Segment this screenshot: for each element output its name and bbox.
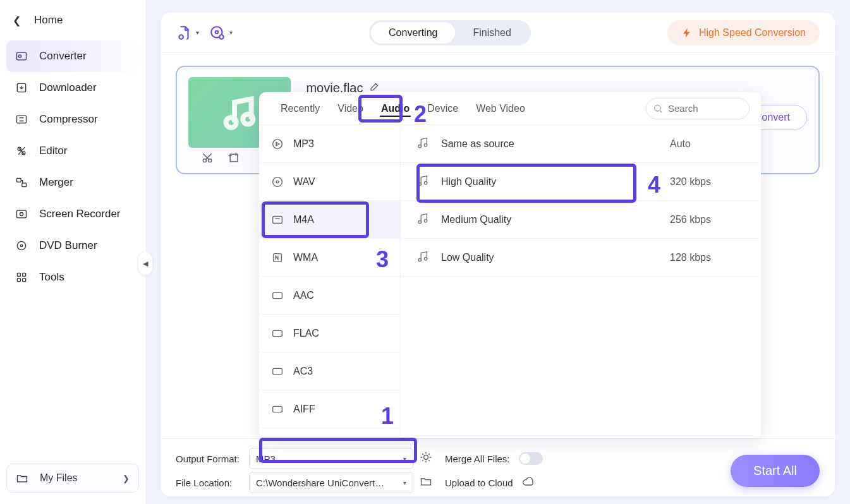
- format-search-input[interactable]: [668, 103, 738, 114]
- screen-recorder-icon: [15, 208, 28, 220]
- tab-converting[interactable]: Converting: [371, 22, 455, 44]
- start-all-button[interactable]: Start All: [731, 455, 820, 487]
- status-segmented-control: Converting Finished: [369, 20, 531, 45]
- converter-icon: [15, 50, 28, 63]
- sidebar-item-label: Merger: [39, 176, 73, 189]
- quality-medium[interactable]: Medium Quality 256 kbps: [401, 201, 761, 239]
- cloud-icon[interactable]: [522, 476, 535, 490]
- file-location-label: File Location:: [176, 477, 243, 488]
- open-folder-button[interactable]: [420, 475, 439, 490]
- svg-point-26: [655, 105, 660, 111]
- tab-recently[interactable]: Recently: [273, 94, 327, 123]
- my-files-label: My Files: [40, 472, 78, 484]
- format-search[interactable]: [646, 98, 750, 119]
- music-note-icon: [416, 212, 430, 228]
- format-list: MP3 WAV M4A WMA AAC FLAC AC3 AIFF: [259, 125, 401, 438]
- sidebar: ❮ Home Converter Downloader Compressor E…: [0, 0, 145, 504]
- merge-all-toggle[interactable]: [519, 452, 543, 465]
- format-mp3[interactable]: MP3: [259, 125, 400, 163]
- tab-video[interactable]: Video: [330, 94, 371, 123]
- sidebar-item-label: Compressor: [39, 113, 98, 126]
- svg-rect-8: [17, 210, 27, 218]
- sidebar-item-editor[interactable]: Editor: [6, 135, 139, 167]
- format-aac[interactable]: AAC: [259, 277, 400, 315]
- quality-high[interactable]: High Quality 320 kbps: [401, 163, 761, 201]
- quality-name: Low Quality: [441, 252, 494, 263]
- svg-rect-13: [23, 273, 26, 276]
- svg-point-11: [20, 244, 22, 246]
- svg-point-9: [20, 213, 23, 216]
- dvd-burner-icon: [15, 239, 28, 252]
- svg-rect-15: [23, 279, 26, 282]
- svg-point-29: [276, 181, 279, 183]
- format-flac[interactable]: FLAC: [259, 315, 400, 352]
- audio-icon: [270, 175, 284, 189]
- quality-same-as-source[interactable]: Same as source Auto: [401, 125, 761, 163]
- svg-point-41: [424, 219, 427, 222]
- audio-icon: [270, 137, 284, 151]
- format-m4a[interactable]: M4A: [259, 201, 400, 239]
- sidebar-item-downloader[interactable]: Downloader: [6, 72, 139, 104]
- svg-rect-31: [274, 253, 282, 261]
- trim-button[interactable]: [201, 152, 214, 167]
- sidebar-item-label: Screen Recorder: [39, 208, 121, 220]
- svg-point-18: [216, 30, 218, 33]
- tab-audio[interactable]: Audio: [373, 94, 417, 123]
- format-wav[interactable]: WAV: [259, 163, 400, 201]
- format-label: FLAC: [293, 328, 319, 339]
- sidebar-item-converter[interactable]: Converter: [6, 40, 139, 72]
- svg-rect-24: [230, 154, 238, 162]
- sidebar-item-screen-recorder[interactable]: Screen Recorder: [6, 198, 139, 230]
- svg-point-21: [243, 114, 253, 124]
- crop-button[interactable]: [228, 152, 240, 167]
- high-speed-label: High Speed Conversion: [699, 27, 806, 39]
- format-picker-popup: Recently Video Audio Device Web Video MP…: [259, 92, 761, 438]
- svg-point-43: [424, 257, 427, 260]
- sidebar-item-label: Downloader: [39, 81, 97, 94]
- svg-rect-12: [17, 273, 20, 276]
- format-ac3[interactable]: AC3: [259, 352, 400, 390]
- upload-cloud-label: Upload to Cloud: [445, 477, 513, 488]
- sidebar-item-merger[interactable]: Merger: [6, 167, 139, 198]
- quality-name: Medium Quality: [441, 214, 511, 225]
- sidebar-home[interactable]: ❮ Home: [0, 5, 145, 35]
- audio-icon: [270, 402, 284, 416]
- format-wma[interactable]: WMA: [259, 239, 400, 277]
- output-format-label: Output Format:: [176, 453, 243, 464]
- sidebar-item-tools[interactable]: Tools: [6, 261, 139, 293]
- svg-point-39: [424, 181, 427, 184]
- add-disc-button[interactable]: ▾: [209, 25, 233, 41]
- format-label: WMA: [293, 252, 318, 263]
- quality-low[interactable]: Low Quality 128 kbps: [401, 239, 761, 277]
- sidebar-item-dvd-burner[interactable]: DVD Burner: [6, 230, 139, 261]
- tab-web-video[interactable]: Web Video: [468, 94, 533, 123]
- tab-device[interactable]: Device: [420, 94, 466, 123]
- popup-tabs: Recently Video Audio Device Web Video: [259, 92, 761, 125]
- svg-rect-33: [273, 330, 282, 336]
- quality-bitrate: 320 kbps: [670, 176, 746, 188]
- sidebar-item-compressor[interactable]: Compressor: [6, 104, 139, 135]
- file-location-select[interactable]: C:\Wondershare UniConverter 1 ▾: [249, 472, 413, 493]
- merger-icon: [15, 176, 28, 189]
- merge-all-label: Merge All Files:: [445, 453, 510, 464]
- home-label: Home: [34, 14, 63, 27]
- editor-icon: [15, 145, 28, 157]
- output-format-value: MP3: [256, 453, 276, 464]
- sidebar-item-label: Tools: [39, 271, 64, 284]
- sidebar-item-my-files[interactable]: My Files ❯: [6, 464, 139, 493]
- svg-point-1: [18, 55, 21, 57]
- svg-point-27: [273, 139, 282, 148]
- svg-rect-3: [17, 116, 27, 123]
- output-format-settings-button[interactable]: [420, 451, 439, 466]
- svg-point-28: [273, 177, 282, 186]
- format-aiff[interactable]: AIFF: [259, 390, 400, 428]
- chevron-down-icon: ▾: [403, 479, 406, 486]
- svg-point-10: [17, 241, 25, 249]
- svg-point-25: [424, 455, 428, 460]
- high-speed-conversion-badge[interactable]: High Speed Conversion: [667, 20, 820, 45]
- add-file-button[interactable]: ▾: [176, 25, 199, 41]
- audio-icon: [270, 364, 284, 378]
- tab-finished[interactable]: Finished: [455, 22, 528, 44]
- output-format-select[interactable]: MP3 ▾: [249, 448, 413, 469]
- svg-point-37: [424, 143, 427, 147]
